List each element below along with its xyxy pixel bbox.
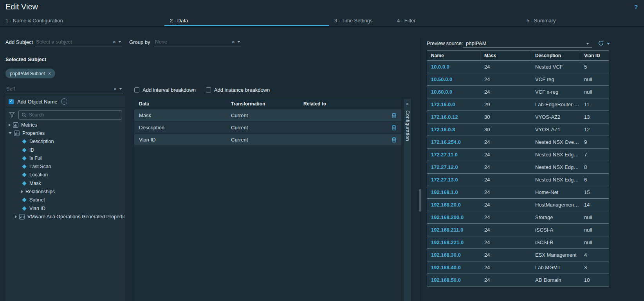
- preview-row-172-16-0-0[interactable]: 172.16.0.029Lab-EdgeRouter-Pe...11: [427, 98, 609, 111]
- tree-item-location[interactable]: Location: [5, 171, 125, 179]
- subnet-link[interactable]: 192.168.221.0: [427, 239, 480, 245]
- expand-caret-icon[interactable]: [9, 123, 11, 127]
- delete-row-icon[interactable]: [391, 137, 397, 143]
- add-object-name-checkbox[interactable]: [9, 99, 14, 104]
- subnet-link[interactable]: 172.27.12.0: [427, 164, 480, 170]
- delete-row-icon[interactable]: [391, 125, 397, 131]
- data-row-mask[interactable]: MaskCurrent: [134, 109, 401, 121]
- tree-item-label: Last Scan: [29, 164, 51, 169]
- chevron-down-icon[interactable]: [119, 88, 122, 90]
- refresh-icon[interactable]: [598, 40, 604, 46]
- tree-item-relationships[interactable]: Relationships: [5, 187, 125, 196]
- preview-cell: iSCSI-A: [531, 227, 580, 233]
- preview-row-192-168-211-0[interactable]: 192.168.211.024iSCSI-Anull: [427, 224, 609, 236]
- subnet-link[interactable]: 192.168.30.0: [427, 252, 480, 258]
- tree-item-last-scan[interactable]: Last Scan: [5, 162, 125, 170]
- preview-row-10-60-0-0[interactable]: 10.60.0.024VCF x-regnull: [427, 86, 609, 98]
- preview-row-192-168-1-0[interactable]: 192.168.1.024Home-Net15: [427, 186, 609, 199]
- subnet-link[interactable]: 172.16.0.8: [427, 127, 480, 132]
- search-input[interactable]: Search: [18, 110, 122, 120]
- column-header-transformation[interactable]: Transformation: [231, 101, 303, 107]
- interval-breakdown-option[interactable]: Add interval breakdown: [134, 87, 196, 93]
- subnet-link[interactable]: 172.27.11.0: [427, 152, 480, 158]
- filter-icon[interactable]: [9, 112, 15, 118]
- expand-caret-icon[interactable]: [15, 215, 17, 218]
- wizard-tab-1-name-configuration[interactable]: 1 - Name & Configuration: [5, 18, 63, 24]
- preview-column-header-vlan-id[interactable]: Vlan ID: [580, 51, 609, 60]
- subnet-link[interactable]: 10.60.0.0: [427, 89, 480, 95]
- preview-row-172-27-12-0[interactable]: 172.27.12.024Nested NSX Edge U...8: [427, 161, 609, 174]
- subnet-link[interactable]: 192.168.1.0: [427, 189, 480, 195]
- tree-item-properties[interactable]: Properties: [5, 129, 125, 137]
- tree-item-subnet[interactable]: Subnet: [5, 196, 125, 204]
- chevron-down-icon[interactable]: [586, 43, 589, 45]
- subject-select[interactable]: Select a subject ×: [35, 37, 122, 47]
- delete-row-icon[interactable]: [391, 112, 397, 118]
- expand-caret-icon[interactable]: [21, 190, 23, 193]
- preview-row-192-168-221-0[interactable]: 192.168.221.024iSCSI-Bnull: [427, 236, 609, 249]
- collapse-caret-icon[interactable]: [9, 132, 12, 134]
- chevron-down-icon[interactable]: [237, 41, 240, 43]
- preview-column-header-name[interactable]: Name: [427, 51, 480, 60]
- configuration-panel-collapsed[interactable]: « Configuration: [403, 99, 411, 301]
- group-by-select[interactable]: None ×: [154, 37, 241, 47]
- preview-source-value[interactable]: phpIPAM: [466, 40, 487, 46]
- refresh-options-chevron-icon[interactable]: [607, 43, 610, 45]
- subnet-link[interactable]: 172.16.0.12: [427, 114, 480, 120]
- clear-icon[interactable]: ×: [113, 39, 116, 45]
- subnet-link[interactable]: 192.168.211.0: [427, 227, 480, 233]
- subnet-link[interactable]: 10.50.0.0: [427, 76, 480, 82]
- help-icon[interactable]: ?: [634, 4, 638, 10]
- preview-row-172-27-13-0[interactable]: 172.27.13.024Nested NSX Edge O...6: [427, 174, 609, 186]
- subnet-link[interactable]: 172.16.254.0: [427, 139, 480, 145]
- preview-cell: 24: [480, 189, 531, 195]
- wizard-tab-2-data[interactable]: 2 - Data: [170, 18, 188, 24]
- tree-item-mask[interactable]: Mask: [5, 179, 125, 187]
- subnet-link[interactable]: 172.27.13.0: [427, 177, 480, 183]
- preview-column-header-mask[interactable]: Mask: [480, 51, 531, 60]
- subnet-link[interactable]: 192.168.20.0: [427, 202, 480, 208]
- data-row-description[interactable]: DescriptionCurrent: [134, 121, 401, 134]
- transformation-cell: Current: [231, 112, 303, 118]
- info-icon[interactable]: [61, 98, 67, 105]
- subnet-link[interactable]: 192.168.50.0: [427, 277, 480, 283]
- subnet-link[interactable]: 192.168.200.0: [427, 214, 480, 220]
- subnet-link[interactable]: 10.0.0.0: [427, 64, 480, 70]
- tree-item-metrics[interactable]: Metrics: [5, 121, 125, 129]
- clear-icon[interactable]: ×: [232, 39, 235, 45]
- tree-item-id[interactable]: ID: [5, 146, 125, 154]
- tree-item-vlan-id[interactable]: Vlan ID: [5, 204, 125, 212]
- preview-row-192-168-50-0[interactable]: 192.168.50.024AD Domain10: [427, 274, 609, 286]
- preview-row-172-16-254-0[interactable]: 172.16.254.024Nested NSX Overlay9: [427, 136, 609, 149]
- relation-select[interactable]: Self ×: [5, 84, 123, 94]
- clear-icon[interactable]: ×: [114, 86, 117, 92]
- preview-row-192-168-40-0[interactable]: 192.168.40.024Lab MGMT3: [427, 261, 609, 274]
- subnet-link[interactable]: 172.16.0.0: [427, 102, 480, 107]
- preview-row-192-168-200-0[interactable]: 192.168.200.024Storagenull: [427, 211, 609, 224]
- preview-row-192-168-20-0[interactable]: 192.168.20.024HostManagement-In...14: [427, 199, 609, 211]
- preview-row-192-168-30-0[interactable]: 192.168.30.024ESX Management4: [427, 249, 609, 261]
- instance-breakdown-option[interactable]: Add instance breakdown: [206, 87, 270, 93]
- preview-row-172-16-0-8[interactable]: 172.16.0.830VYOS-AZ112: [427, 123, 609, 136]
- tree-item-is-full[interactable]: Is Full: [5, 154, 125, 162]
- scrollbar-thumb[interactable]: [419, 189, 421, 212]
- wizard-tab-4-filter[interactable]: 4 - Filter: [397, 18, 416, 24]
- wizard-tab-3-time-settings[interactable]: 3 - Time Settings: [334, 18, 373, 24]
- preview-column-header-description[interactable]: Description: [531, 51, 580, 60]
- tree-item-vmware-aria-operations-generated-properties[interactable]: VMware Aria Operations Generated Propert…: [5, 212, 125, 221]
- preview-row-10-50-0-0[interactable]: 10.50.0.024VCF regnull: [427, 73, 609, 86]
- data-row-vlan-id[interactable]: Vlan IDCurrent: [134, 134, 401, 146]
- expand-panel-icon[interactable]: «: [406, 101, 409, 107]
- column-header-data[interactable]: Data: [134, 101, 231, 107]
- chevron-down-icon[interactable]: [118, 41, 121, 43]
- instance-breakdown-checkbox[interactable]: [206, 87, 211, 92]
- preview-row-10-0-0-0[interactable]: 10.0.0.024Nested VCF5: [427, 61, 609, 73]
- chip-remove-icon[interactable]: ×: [48, 71, 51, 76]
- preview-row-172-27-11-0[interactable]: 172.27.11.024Nested NSX Edge U...7: [427, 149, 609, 161]
- interval-breakdown-checkbox[interactable]: [134, 87, 139, 92]
- tree-item-description[interactable]: Description: [5, 138, 125, 146]
- wizard-tab-5-summary[interactable]: 5 - Summary: [527, 18, 556, 24]
- preview-row-172-16-0-12[interactable]: 172.16.0.1230VYOS-AZ213: [427, 111, 609, 123]
- column-header-related-to[interactable]: Related to: [303, 101, 401, 107]
- subnet-link[interactable]: 192.168.40.0: [427, 265, 480, 270]
